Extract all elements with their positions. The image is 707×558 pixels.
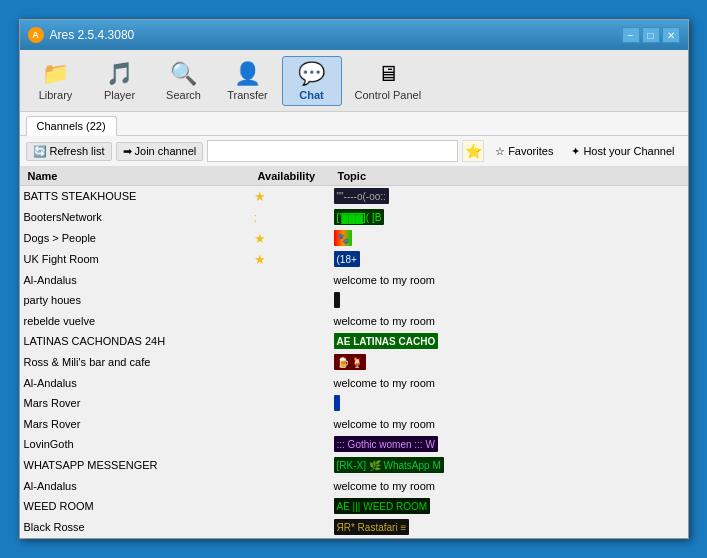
maximize-button[interactable]: □ (642, 27, 660, 43)
availability-cell (250, 381, 330, 385)
availability-cell (250, 442, 330, 446)
availability-cell (250, 504, 330, 508)
availability-cell (250, 401, 330, 405)
host-channel-button[interactable]: ✦ Host your Channel (564, 142, 681, 161)
channel-name: BATTS STEAKHOUSE (20, 188, 250, 204)
chat-icon: 💬 (298, 61, 325, 87)
topic-cell: welcome to my room (330, 478, 688, 494)
availability-header: Availability (254, 169, 334, 183)
channel-name: Black Rosse (20, 519, 250, 535)
channel-name: Al-Andalus (20, 272, 250, 288)
channel-name: LATINAS CACHONDAS 24H (20, 333, 250, 349)
table-row[interactable]: LovinGoth::: Gothic women ::: W (20, 434, 688, 455)
topic-cell: ""----o(-oo:: (330, 186, 688, 206)
search-label: Search (166, 89, 201, 101)
channel-name: Dogs > People (20, 230, 250, 246)
topic-cell (330, 290, 688, 310)
table-row[interactable]: Mars Rover (20, 393, 688, 414)
channel-name: Al-Andalus (20, 478, 250, 494)
close-button[interactable]: ✕ (662, 27, 680, 43)
tab-bar: Channels (22) (20, 112, 688, 136)
table-row[interactable]: BootersNetwork:['▓▓▓]( [B (20, 207, 688, 228)
table-row[interactable]: LATINAS CACHONDAS 24HAE LATINAS CACHO (20, 331, 688, 352)
main-window: A Ares 2.5.4.3080 − □ ✕ 📁 Library 🎵 Play… (19, 19, 689, 539)
player-icon: 🎵 (106, 61, 133, 87)
table-row[interactable]: Mars Roverwelcome to my room (20, 414, 688, 434)
topic-cell: welcome to my room (330, 416, 688, 432)
table-row[interactable]: UK Fight Room★(18+ (20, 249, 688, 270)
player-button[interactable]: 🎵 Player (90, 56, 150, 106)
availability-cell: ★ (250, 229, 330, 248)
channel-name: Mars Rover (20, 395, 250, 411)
search-icon: 🔍 (170, 61, 197, 87)
availability-cell (250, 422, 330, 426)
availability-cell: ★ (250, 250, 330, 269)
topic-cell: ::: Gothic women ::: W (330, 434, 688, 454)
window-controls: − □ ✕ (622, 27, 680, 43)
table-row[interactable]: rebelde vuelvewelcome to my room (20, 311, 688, 331)
host-icon: ✦ (571, 145, 580, 158)
table-header: Name Availability Topic (20, 167, 688, 186)
channel-name: LovinGoth (20, 436, 250, 452)
table-row[interactable]: Black RosseЯR* Rastafari ≡ (20, 517, 688, 538)
table-row[interactable]: Ross & Mili's bar and cafe🍺 🍹 (20, 352, 688, 373)
table-row[interactable]: party houes (20, 290, 688, 311)
minimize-button[interactable]: − (622, 27, 640, 43)
library-button[interactable]: 📁 Library (26, 56, 86, 106)
topic-cell: welcome to my room (330, 272, 688, 288)
search-button[interactable]: 🔍 Search (154, 56, 214, 106)
channel-name: BootersNetwork (20, 209, 250, 225)
refresh-button[interactable]: 🔄 Refresh list (26, 142, 112, 161)
channel-name: Al-Andalus (20, 375, 250, 391)
topic-cell: welcome to my room (330, 313, 688, 329)
topic-cell: AE ||| WEED ROOM (330, 496, 688, 516)
availability-cell (250, 360, 330, 364)
channels-tab[interactable]: Channels (22) (26, 116, 117, 136)
channel-name: WEED ROOM (20, 498, 250, 514)
star-button[interactable]: ⭐ (462, 140, 484, 162)
availability-cell: : (250, 208, 330, 227)
availability-cell (250, 463, 330, 467)
availability-cell (250, 484, 330, 488)
player-label: Player (104, 89, 135, 101)
topic-cell: 🍺 🍹 (330, 352, 688, 372)
table-row[interactable]: Dogs > People★🐾 (20, 228, 688, 249)
window-title: Ares 2.5.4.3080 (50, 28, 135, 42)
favorites-button[interactable]: ☆ Favorites (488, 142, 560, 161)
library-label: Library (39, 89, 73, 101)
table-row[interactable]: Al-Andaluswelcome to my room (20, 373, 688, 393)
control-panel-button[interactable]: 🖥 Control Panel (346, 56, 431, 106)
topic-cell: [RK-X] 🌿 WhatsApp M (330, 455, 688, 475)
topic-header: Topic (334, 169, 684, 183)
topic-cell: AE LATINAS CACHO (330, 331, 688, 351)
table-row[interactable]: WEED ROOMAE ||| WEED ROOM (20, 496, 688, 517)
transfer-icon: 👤 (234, 61, 261, 87)
channel-search-input[interactable] (207, 140, 458, 162)
join-icon: ➡ (123, 145, 132, 158)
topic-cell: (18+ (330, 249, 688, 269)
title-bar: A Ares 2.5.4.3080 − □ ✕ (20, 20, 688, 50)
favorites-icon: ☆ (495, 145, 505, 158)
table-row[interactable]: Al-Andaluswelcome to my room (20, 476, 688, 496)
chat-label: Chat (299, 89, 323, 101)
topic-cell (330, 393, 688, 413)
table-row[interactable]: Al-Andaluswelcome to my room (20, 270, 688, 290)
table-row[interactable]: WHATSAPP MESSENGER[RK-X] 🌿 WhatsApp M (20, 455, 688, 476)
host-label: Host your Channel (583, 145, 674, 157)
control-panel-icon: 🖥 (377, 61, 399, 87)
topic-cell: ['▓▓▓]( [B (330, 207, 688, 227)
join-channel-button[interactable]: ➡ Join channel (116, 142, 204, 161)
table-row[interactable]: BATTS STEAKHOUSE★""----o(-oo:: (20, 186, 688, 207)
availability-cell (250, 298, 330, 302)
action-bar: 🔄 Refresh list ➡ Join channel ⭐ ☆ Favori… (20, 136, 688, 167)
topic-cell: ЯR* Rastafari ≡ (330, 517, 688, 537)
chat-button[interactable]: 💬 Chat (282, 56, 342, 106)
availability-cell (250, 278, 330, 282)
refresh-icon: 🔄 (33, 145, 47, 158)
channel-name: Ross & Mili's bar and cafe (20, 354, 250, 370)
title-bar-left: A Ares 2.5.4.3080 (28, 27, 135, 43)
refresh-label: Refresh list (50, 145, 105, 157)
topic-cell: 🐾 (330, 228, 688, 248)
transfer-button[interactable]: 👤 Transfer (218, 56, 278, 106)
transfer-label: Transfer (227, 89, 268, 101)
